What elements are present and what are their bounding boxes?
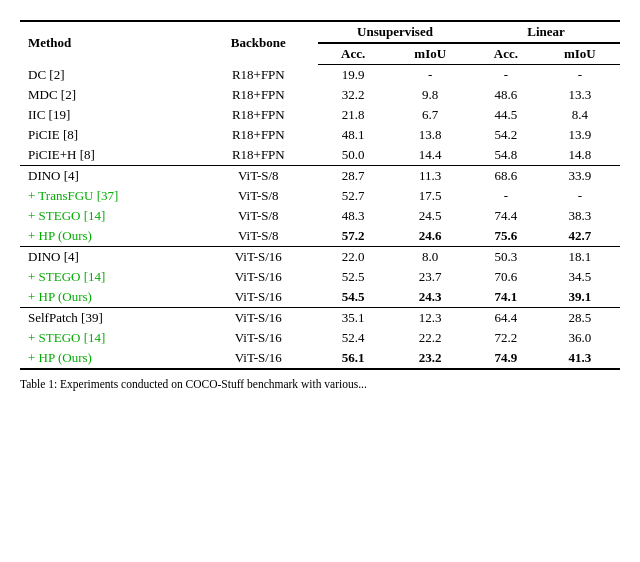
unsupervised-miou-cell: 9.8 bbox=[388, 85, 472, 105]
unsupervised-acc-cell: 54.5 bbox=[318, 287, 388, 308]
unsupervised-acc-cell: 19.9 bbox=[318, 65, 388, 86]
linear-miou-cell: 34.5 bbox=[540, 267, 620, 287]
linear-acc-cell: 54.2 bbox=[472, 125, 540, 145]
unsupervised-acc-cell: 52.7 bbox=[318, 186, 388, 206]
unsupervised-miou-cell: 13.8 bbox=[388, 125, 472, 145]
unsupervised-acc-cell: 32.2 bbox=[318, 85, 388, 105]
backbone-cell: ViT-S/8 bbox=[199, 206, 318, 226]
linear-miou-cell: - bbox=[540, 65, 620, 86]
header-group-row: Method Backbone Unsupervised Linear bbox=[20, 21, 620, 43]
table-row: SelfPatch [39]ViT-S/1635.112.364.428.5 bbox=[20, 308, 620, 329]
results-table: Method Backbone Unsupervised Linear Acc.… bbox=[20, 20, 620, 370]
unsupervised-miou-header: mIoU bbox=[388, 43, 472, 65]
unsupervised-miou-cell: 12.3 bbox=[388, 308, 472, 329]
linear-acc-cell: 74.9 bbox=[472, 348, 540, 369]
linear-acc-cell: 75.6 bbox=[472, 226, 540, 247]
linear-miou-cell: 36.0 bbox=[540, 328, 620, 348]
unsupervised-miou-cell: 11.3 bbox=[388, 166, 472, 187]
linear-acc-cell: 74.1 bbox=[472, 287, 540, 308]
linear-acc-header: Acc. bbox=[472, 43, 540, 65]
unsupervised-acc-cell: 56.1 bbox=[318, 348, 388, 369]
backbone-cell: ViT-S/16 bbox=[199, 287, 318, 308]
table-row: DINO [4]ViT-S/828.711.368.633.9 bbox=[20, 166, 620, 187]
method-cell: + HP (Ours) bbox=[20, 226, 199, 247]
table-row: DINO [4]ViT-S/1622.08.050.318.1 bbox=[20, 247, 620, 268]
method-header: Method bbox=[20, 21, 199, 65]
unsupervised-acc-cell: 35.1 bbox=[318, 308, 388, 329]
backbone-cell: ViT-S/8 bbox=[199, 186, 318, 206]
table-row: MDC [2]R18+FPN32.29.848.613.3 bbox=[20, 85, 620, 105]
method-cell: PiCIE+H [8] bbox=[20, 145, 199, 166]
linear-acc-cell: - bbox=[472, 65, 540, 86]
method-cell: + STEGO [14] bbox=[20, 328, 199, 348]
method-cell: DINO [4] bbox=[20, 247, 199, 268]
unsupervised-miou-cell: 8.0 bbox=[388, 247, 472, 268]
table-row: + TransFGU [37]ViT-S/852.717.5-- bbox=[20, 186, 620, 206]
unsupervised-acc-cell: 57.2 bbox=[318, 226, 388, 247]
linear-miou-cell: 13.3 bbox=[540, 85, 620, 105]
table-row: + HP (Ours)ViT-S/857.224.675.642.7 bbox=[20, 226, 620, 247]
linear-miou-cell: 38.3 bbox=[540, 206, 620, 226]
unsupervised-miou-cell: - bbox=[388, 65, 472, 86]
unsupervised-acc-cell: 28.7 bbox=[318, 166, 388, 187]
linear-acc-cell: 72.2 bbox=[472, 328, 540, 348]
linear-acc-cell: 48.6 bbox=[472, 85, 540, 105]
table-row: + STEGO [14]ViT-S/1652.523.770.634.5 bbox=[20, 267, 620, 287]
linear-acc-cell: 64.4 bbox=[472, 308, 540, 329]
table-row: + STEGO [14]ViT-S/1652.422.272.236.0 bbox=[20, 328, 620, 348]
linear-miou-cell: 28.5 bbox=[540, 308, 620, 329]
table-row: + HP (Ours)ViT-S/1656.123.274.941.3 bbox=[20, 348, 620, 369]
linear-acc-cell: 70.6 bbox=[472, 267, 540, 287]
backbone-header: Backbone bbox=[199, 21, 318, 65]
linear-miou-cell: 42.7 bbox=[540, 226, 620, 247]
linear-miou-cell: 39.1 bbox=[540, 287, 620, 308]
method-cell: DINO [4] bbox=[20, 166, 199, 187]
backbone-cell: R18+FPN bbox=[199, 105, 318, 125]
table-row: PiCIE+H [8]R18+FPN50.014.454.814.8 bbox=[20, 145, 620, 166]
linear-miou-cell: 8.4 bbox=[540, 105, 620, 125]
table-row: IIC [19]R18+FPN21.86.744.58.4 bbox=[20, 105, 620, 125]
unsupervised-miou-cell: 6.7 bbox=[388, 105, 472, 125]
table-container: Method Backbone Unsupervised Linear Acc.… bbox=[20, 20, 620, 370]
unsupervised-miou-cell: 22.2 bbox=[388, 328, 472, 348]
linear-group-header: Linear bbox=[472, 21, 620, 43]
method-cell: + STEGO [14] bbox=[20, 206, 199, 226]
unsupervised-miou-cell: 24.5 bbox=[388, 206, 472, 226]
unsupervised-miou-cell: 14.4 bbox=[388, 145, 472, 166]
method-cell: MDC [2] bbox=[20, 85, 199, 105]
method-cell: PiCIE [8] bbox=[20, 125, 199, 145]
unsupervised-acc-cell: 22.0 bbox=[318, 247, 388, 268]
linear-acc-cell: 54.8 bbox=[472, 145, 540, 166]
unsupervised-miou-cell: 24.6 bbox=[388, 226, 472, 247]
backbone-cell: ViT-S/16 bbox=[199, 308, 318, 329]
method-cell: + STEGO [14] bbox=[20, 267, 199, 287]
method-cell: + HP (Ours) bbox=[20, 348, 199, 369]
linear-acc-cell: 50.3 bbox=[472, 247, 540, 268]
unsupervised-acc-cell: 48.1 bbox=[318, 125, 388, 145]
table-body: DC [2]R18+FPN19.9---MDC [2]R18+FPN32.29.… bbox=[20, 65, 620, 370]
linear-miou-cell: 33.9 bbox=[540, 166, 620, 187]
table-row: PiCIE [8]R18+FPN48.113.854.213.9 bbox=[20, 125, 620, 145]
backbone-cell: R18+FPN bbox=[199, 65, 318, 86]
unsupervised-acc-cell: 21.8 bbox=[318, 105, 388, 125]
linear-acc-cell: 44.5 bbox=[472, 105, 540, 125]
table-row: + STEGO [14]ViT-S/848.324.574.438.3 bbox=[20, 206, 620, 226]
method-cell: DC [2] bbox=[20, 65, 199, 86]
table-row: + HP (Ours)ViT-S/1654.524.374.139.1 bbox=[20, 287, 620, 308]
linear-acc-cell: 74.4 bbox=[472, 206, 540, 226]
linear-miou-cell: 18.1 bbox=[540, 247, 620, 268]
unsupervised-acc-header: Acc. bbox=[318, 43, 388, 65]
backbone-cell: R18+FPN bbox=[199, 145, 318, 166]
unsupervised-miou-cell: 17.5 bbox=[388, 186, 472, 206]
backbone-cell: ViT-S/8 bbox=[199, 166, 318, 187]
backbone-cell: ViT-S/8 bbox=[199, 226, 318, 247]
unsupervised-acc-cell: 52.5 bbox=[318, 267, 388, 287]
method-cell: SelfPatch [39] bbox=[20, 308, 199, 329]
backbone-cell: R18+FPN bbox=[199, 85, 318, 105]
method-cell: + TransFGU [37] bbox=[20, 186, 199, 206]
unsupervised-miou-cell: 24.3 bbox=[388, 287, 472, 308]
linear-miou-header: mIoU bbox=[540, 43, 620, 65]
unsupervised-acc-cell: 52.4 bbox=[318, 328, 388, 348]
unsupervised-group-header: Unsupervised bbox=[318, 21, 472, 43]
backbone-cell: ViT-S/16 bbox=[199, 247, 318, 268]
